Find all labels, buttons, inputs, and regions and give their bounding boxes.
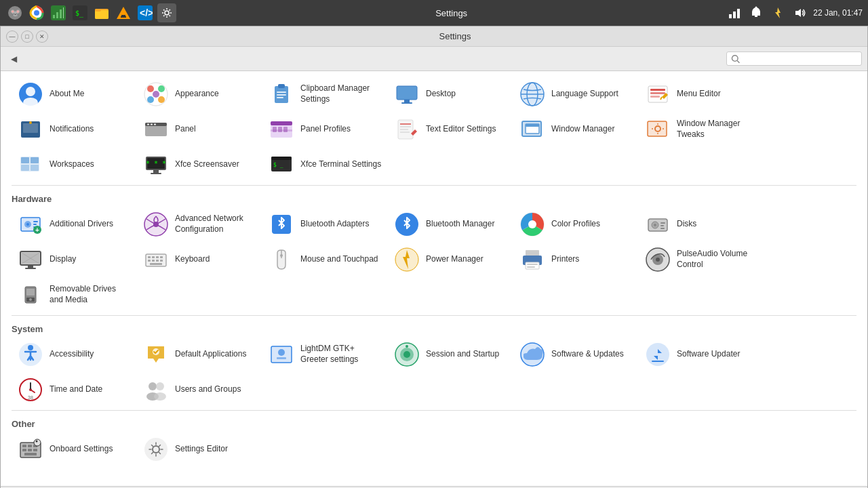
svg-point-153 xyxy=(28,345,33,350)
svg-point-188 xyxy=(144,438,167,461)
item-additional-drivers[interactable]: + Additional Drivers xyxy=(12,207,137,242)
svg-rect-116 xyxy=(660,222,665,224)
item-panel-profiles[interactable]: Panel Profiles xyxy=(262,112,388,147)
chrome-icon[interactable] xyxy=(27,3,46,22)
onboard-icon xyxy=(17,436,44,463)
other-divider xyxy=(12,410,856,411)
session-icon xyxy=(393,341,420,368)
terminal-settings-icon: $ _ xyxy=(268,151,295,178)
svg-rect-43 xyxy=(277,97,283,98)
item-wm-tweaks[interactable]: Window Manager Tweaks xyxy=(639,112,764,147)
item-workspaces[interactable]: Workspaces xyxy=(12,147,137,182)
power-tray-icon[interactable] xyxy=(770,5,786,21)
file-manager-icon[interactable] xyxy=(92,3,111,22)
svg-rect-179 xyxy=(22,445,26,447)
item-printers[interactable]: Printers xyxy=(513,242,639,277)
svg-text:38: 38 xyxy=(28,395,33,400)
accessibility-icon xyxy=(17,341,44,368)
svg-line-29 xyxy=(737,60,739,62)
bt-manager-icon xyxy=(393,211,420,238)
item-color-profiles[interactable]: Color Profiles xyxy=(513,207,639,242)
item-display[interactable]: Display xyxy=(12,242,137,277)
default-apps-icon xyxy=(142,341,170,368)
item-users-groups[interactable]: Users and Groups xyxy=(137,372,262,407)
svg-rect-94 xyxy=(271,157,292,160)
item-adv-network[interactable]: Advanced Network Configuration xyxy=(137,207,262,242)
item-panel[interactable]: Panel xyxy=(137,112,262,147)
disks-icon xyxy=(644,211,671,238)
time-date-icon: 38 xyxy=(17,376,44,403)
svg-rect-63 xyxy=(151,124,153,125)
sw-updater-label: Software Updater xyxy=(677,349,740,360)
taskmanager-icon[interactable] xyxy=(49,3,68,22)
item-screensaver[interactable]: * * * Xfce Screensaver xyxy=(137,147,262,182)
item-bt-adapters[interactable]: Bluetooth Adapters xyxy=(262,207,388,242)
item-settings-editor[interactable]: Settings Editor xyxy=(137,432,262,467)
item-language[interactable]: Language Support xyxy=(513,77,639,112)
desktop-label: Desktop xyxy=(426,89,456,100)
item-removable-drives[interactable]: Removable Drives and Media xyxy=(12,277,137,312)
panel-profiles-label: Panel Profiles xyxy=(300,124,351,135)
back-button[interactable]: ◀ xyxy=(6,52,21,66)
item-keyboard[interactable]: Keyboard xyxy=(137,242,262,277)
item-pulseaudio[interactable]: PulseAudio Volume Control xyxy=(639,242,764,277)
session-label: Session and Startup xyxy=(426,349,499,360)
search-input[interactable] xyxy=(740,54,857,64)
item-default-apps[interactable]: Default Applications xyxy=(137,337,262,372)
svg-point-157 xyxy=(278,349,285,356)
notifications-tray-icon[interactable] xyxy=(748,5,764,21)
svg-rect-41 xyxy=(277,92,286,93)
window-manager-label: Window Manager xyxy=(551,124,614,135)
svg-rect-183 xyxy=(28,449,32,451)
close-window-button[interactable]: ✕ xyxy=(36,30,48,43)
terminal-icon[interactable]: $_ xyxy=(71,3,90,22)
system-items-grid: Accessibility Default Applications xyxy=(12,337,856,407)
item-appearance[interactable]: Appearance xyxy=(137,77,262,112)
search-icon xyxy=(731,54,740,64)
minimize-button[interactable]: — xyxy=(6,30,18,43)
window-titlebar: — □ ✕ Settings xyxy=(1,26,867,47)
personal-items-grid: About Me Appearance xyxy=(12,77,856,182)
svg-rect-131 xyxy=(156,260,159,262)
item-about-me[interactable]: About Me xyxy=(12,77,137,112)
datetime-display[interactable]: 22 Jan, 01:47 xyxy=(813,8,863,18)
text-editor-label: Text Editor Settings xyxy=(426,124,496,135)
item-desktop[interactable]: Desktop xyxy=(388,77,513,112)
item-sw-updates[interactable]: Software & Updates xyxy=(513,337,639,372)
notifications-icon xyxy=(17,116,44,143)
item-time-date[interactable]: 38 Time and Date xyxy=(12,372,137,407)
additional-drivers-label: Additional Drivers xyxy=(50,219,113,230)
vscode-icon[interactable]: </> xyxy=(136,3,155,22)
item-window-manager[interactable]: Window Manager xyxy=(513,112,639,147)
search-box xyxy=(726,52,862,66)
svg-point-175 xyxy=(156,382,164,390)
users-groups-label: Users and Groups xyxy=(175,384,241,395)
settings-window: — □ ✕ Settings ◀ xyxy=(0,26,868,488)
item-session[interactable]: Session and Startup xyxy=(388,337,513,372)
adv-network-label: Advanced Network Configuration xyxy=(175,214,257,235)
item-accessibility[interactable]: Accessibility xyxy=(12,337,137,372)
vlc-icon[interactable] xyxy=(114,3,133,22)
item-clipboard[interactable]: Clipboard Manager Settings xyxy=(262,77,388,112)
start-menu-icon[interactable]: 🐭 xyxy=(5,3,24,22)
item-menu-editor[interactable]: Menu Editor xyxy=(639,77,764,112)
appearance-icon xyxy=(142,81,170,108)
svg-rect-87 xyxy=(31,165,39,171)
settings-taskbar-icon[interactable] xyxy=(157,3,176,22)
item-disks[interactable]: Disks xyxy=(639,207,764,242)
maximize-button[interactable]: □ xyxy=(21,30,33,43)
item-bt-manager[interactable]: Bluetooth Manager xyxy=(388,207,513,242)
item-terminal-settings[interactable]: $ _ Xfce Terminal Settings xyxy=(262,147,388,182)
item-onboard[interactable]: Onboard Settings xyxy=(12,432,137,467)
item-lightdm[interactable]: LightDM GTK+ Greeter settings xyxy=(262,337,388,372)
item-text-editor[interactable]: Text Editor Settings xyxy=(388,112,513,147)
item-power-manager[interactable]: Power Manager xyxy=(388,242,513,277)
item-sw-updater[interactable]: Software Updater xyxy=(639,337,764,372)
clipboard-label: Clipboard Manager Settings xyxy=(300,83,382,104)
about-me-icon xyxy=(17,81,44,108)
volume-tray-icon[interactable] xyxy=(791,5,808,21)
item-notifications[interactable]: Notifications xyxy=(12,112,137,147)
network-tray-icon[interactable] xyxy=(726,5,743,21)
power-manager-icon xyxy=(393,246,420,273)
item-mouse[interactable]: Mouse and Touchpad xyxy=(262,242,388,277)
